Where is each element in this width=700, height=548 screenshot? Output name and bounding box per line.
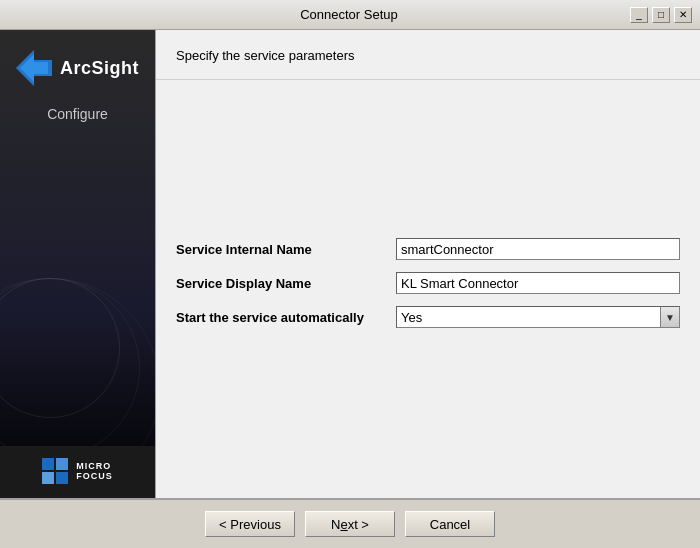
start-service-row: Start the service automatically Yes No ▼ [176,306,680,328]
sidebar-logo: ArcSight [16,50,139,86]
title-bar: Connector Setup _ □ ✕ [0,0,700,30]
main-content: ArcSight Configure MICRO FOCUS Specify t… [0,30,700,498]
panel-header-title: Specify the service parameters [176,48,354,63]
service-internal-name-label: Service Internal Name [176,242,396,257]
window-controls: _ □ ✕ [630,7,692,23]
maximize-button[interactable]: □ [652,7,670,23]
configure-label: Configure [47,106,108,122]
close-button[interactable]: ✕ [674,7,692,23]
svg-rect-3 [42,458,54,470]
previous-button[interactable]: < Previous [205,511,295,537]
window-title: Connector Setup [68,7,630,22]
right-panel: Specify the service parameters Service I… [155,30,700,498]
minimize-button[interactable]: _ [630,7,648,23]
next-button[interactable]: Next > [305,511,395,537]
start-service-label: Start the service automatically [176,310,396,325]
micro-focus-icon [42,458,70,486]
next-label: Next > [331,517,369,532]
brand-name: ArcSight [60,58,139,79]
start-service-select[interactable]: Yes No [396,306,680,328]
microfocus-line2: FOCUS [76,472,113,482]
sidebar-bottom: MICRO FOCUS [0,446,155,498]
service-display-name-row: Service Display Name [176,272,680,294]
sidebar: ArcSight Configure MICRO FOCUS [0,30,155,498]
arcsight-icon [16,50,52,86]
service-internal-name-row: Service Internal Name [176,238,680,260]
svg-rect-4 [56,458,68,470]
svg-rect-5 [42,472,54,484]
panel-header: Specify the service parameters [156,30,700,80]
service-display-name-label: Service Display Name [176,276,396,291]
cancel-button[interactable]: Cancel [405,511,495,537]
service-display-name-input[interactable] [396,272,680,294]
start-service-select-wrapper: Yes No ▼ [396,306,680,328]
form-area: Service Internal Name Service Display Na… [156,80,700,498]
svg-marker-2 [20,54,48,82]
service-internal-name-input[interactable] [396,238,680,260]
bottom-bar: < Previous Next > Cancel [0,498,700,548]
svg-rect-6 [56,472,68,484]
